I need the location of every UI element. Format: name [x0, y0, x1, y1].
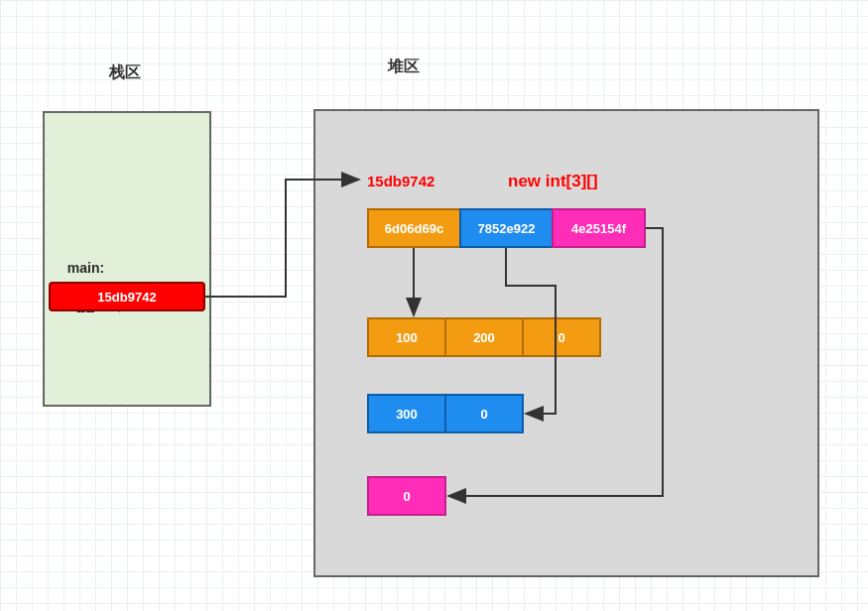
inner1-cell-1: 0 — [444, 394, 524, 433]
outer-cell-0: 6d06d69c — [367, 208, 461, 248]
stack-title: 栈区 — [109, 62, 141, 83]
inner0-cell-0: 100 — [367, 317, 446, 357]
heap-new-label: new int[3][] — [508, 172, 598, 191]
code-line-1: main: — [67, 260, 104, 276]
outer-cell-2: 4e25154f — [552, 208, 646, 248]
inner0-cell-1: 200 — [444, 317, 524, 357]
inner2-cell-0: 0 — [367, 476, 446, 516]
inner0-cell-2: 0 — [522, 317, 601, 357]
inner1-cell-0: 300 — [367, 394, 446, 433]
heap-title: 堆区 — [388, 57, 420, 77]
outer-cell-1: 7852e922 — [459, 208, 554, 248]
stack-variable-arr: 15db9742 — [49, 282, 205, 311]
heap-address-label: 15db9742 — [367, 173, 434, 189]
